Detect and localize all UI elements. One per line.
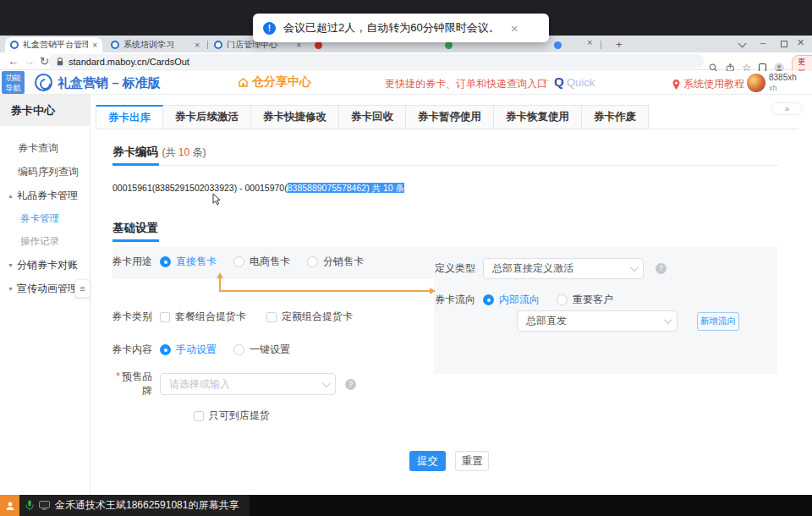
annotation-arrow-horizontal bbox=[219, 290, 431, 292]
option-distribution-sale[interactable]: 分销售卡 bbox=[323, 255, 364, 269]
annotation-arrowhead-right bbox=[430, 288, 436, 294]
add-flow-button[interactable]: 新增流向 bbox=[697, 312, 739, 331]
option-fixed-amount-combo-card[interactable]: 定额组合提货卡 bbox=[282, 310, 353, 324]
sidebar-collapse-toggle[interactable]: ≡ bbox=[74, 279, 91, 298]
window-close-icon[interactable]: ✕ bbox=[797, 37, 804, 48]
sidebar-group-distribution-reconciliation[interactable]: ▼分销券卡对账 bbox=[8, 258, 78, 272]
define-type-row: 定义类型 总部直接定义激活 ? bbox=[432, 258, 667, 279]
site-favicon bbox=[214, 41, 222, 49]
section-title-underline bbox=[112, 163, 159, 166]
tab-close-icon[interactable]: × bbox=[587, 37, 592, 47]
screen-share-icon bbox=[39, 501, 50, 510]
tab-close-icon[interactable]: × bbox=[195, 41, 200, 50]
reset-button[interactable]: 重置 bbox=[455, 451, 489, 471]
selected-count-text: 共 10 条 bbox=[370, 183, 404, 193]
sidebar-group-gift-card-management[interactable]: ▲礼品券卡管理 bbox=[8, 189, 78, 203]
option-one-click-setup[interactable]: 一键设置 bbox=[250, 343, 290, 357]
usage-label: 券卡用途 bbox=[109, 255, 152, 269]
tab-card-resume[interactable]: 券卡恢复使用 bbox=[494, 105, 582, 129]
codes-count: 10 bbox=[178, 146, 189, 158]
tab-card-suspend[interactable]: 券卡暂停使用 bbox=[406, 105, 494, 129]
radio-internal-flow[interactable] bbox=[483, 294, 494, 305]
tab-search-icon[interactable] bbox=[738, 40, 747, 48]
tab-card-void[interactable]: 券卡作废 bbox=[582, 105, 649, 129]
window-minimize-icon[interactable]: – bbox=[760, 37, 765, 47]
quick-search-icon[interactable]: Q bbox=[554, 74, 564, 89]
radio-one-click-setup[interactable] bbox=[233, 344, 244, 355]
tabs-divider bbox=[96, 129, 798, 129]
checkbox-store-pickup-only[interactable] bbox=[194, 411, 204, 421]
submit-button[interactable]: 提交 bbox=[409, 451, 446, 471]
help-icon[interactable]: ? bbox=[345, 379, 356, 390]
user-name: 8385xh xh bbox=[769, 73, 797, 93]
required-asterisk: * bbox=[116, 371, 120, 382]
option-package-combo-card[interactable]: 套餐组合提货卡 bbox=[175, 310, 246, 324]
radio-direct-sale[interactable] bbox=[160, 256, 171, 267]
tab-card-quick-modify[interactable]: 券卡快捷修改 bbox=[251, 105, 339, 129]
microphone-icon bbox=[25, 500, 34, 511]
sidebar-item-code-sequence-query[interactable]: 编码序列查询 bbox=[18, 165, 79, 179]
help-icon[interactable]: ? bbox=[656, 263, 667, 274]
toast-close-icon[interactable]: × bbox=[511, 21, 518, 36]
tab-card-outbound[interactable]: 券卡出库 bbox=[96, 105, 163, 129]
radio-distribution-sale[interactable] bbox=[307, 256, 318, 267]
window-restore-icon[interactable] bbox=[781, 41, 787, 47]
annotation-arrowhead-up bbox=[217, 272, 223, 278]
user-avatar[interactable] bbox=[747, 74, 765, 92]
card-codes-section-title: 券卡编码 (共 10 条) bbox=[112, 144, 206, 160]
radio-manual-setup[interactable] bbox=[160, 344, 171, 355]
pointing-finger-icon: ☞ bbox=[539, 75, 550, 89]
tab-card-recycle[interactable]: 券卡回收 bbox=[339, 105, 406, 129]
checkbox-fixed-amount-combo-card[interactable] bbox=[266, 312, 277, 322]
sidebar-group-promo-animation[interactable]: ▼宣传动画管理 bbox=[8, 282, 78, 296]
option-direct-sale[interactable]: 直接售卡 bbox=[176, 255, 217, 269]
caret-down-icon: ▼ bbox=[8, 262, 14, 268]
card-flow-row: 券卡流向 内部流向 重要客户 bbox=[432, 293, 630, 307]
toast-message: 会议已超过2人，自动转为60分钟限时会议。 bbox=[283, 20, 500, 36]
flow-direction-select[interactable]: 总部直发 bbox=[517, 310, 678, 332]
forward-icon[interactable]: → bbox=[24, 55, 35, 68]
warehouse-share-center-link[interactable]: 仓分享中心 bbox=[238, 74, 311, 90]
caret-down-icon: ▼ bbox=[8, 286, 14, 292]
info-icon: ! bbox=[263, 22, 276, 35]
app-logo-icon bbox=[35, 74, 52, 91]
sidebar-item-card-query[interactable]: 券卡查询 bbox=[18, 141, 58, 156]
quick-search-label[interactable]: Quick bbox=[567, 76, 595, 89]
option-store-pickup-only[interactable]: 只可到店提货 bbox=[209, 409, 270, 423]
app-title: 礼盒营销 – 标准版 bbox=[58, 75, 161, 91]
radio-ecommerce-sale[interactable] bbox=[233, 256, 244, 267]
option-important-customer[interactable]: 重要客户 bbox=[573, 293, 613, 307]
system-tutorial-link[interactable]: 系统使用教程 bbox=[672, 77, 744, 91]
hamburger-icon: ≡ bbox=[80, 283, 85, 294]
content-label: 券卡内容 bbox=[109, 343, 152, 357]
sidebar-item-operation-records[interactable]: 操作记录 bbox=[20, 235, 59, 248]
screen-share-label: 金禾通技术王斌18662591081的屏幕共享 bbox=[19, 495, 250, 516]
sidebar-title: 券卡中心 bbox=[0, 95, 90, 126]
browser-tab-title: 礼盒营销平台管理中心 bbox=[23, 39, 88, 51]
browser-tab-title: 系统培训学习 bbox=[123, 39, 190, 51]
presale-brand-select[interactable]: 请选择或输入 bbox=[160, 373, 336, 395]
screen-share-bar: 金禾通技术王斌18662591081的屏幕共享 bbox=[0, 495, 812, 516]
function-nav-button[interactable]: 功能 导航 bbox=[2, 71, 25, 94]
card-usage-row: 券卡用途 直接售卡 电商售卡 分销售卡 bbox=[109, 255, 381, 269]
option-manual-setup[interactable]: 手动设置 bbox=[176, 343, 217, 357]
card-category-row: 券卡类别 套餐组合提货卡 定额组合提货卡 bbox=[109, 310, 370, 324]
card-code-range[interactable]: 00015961(8385291502033923) - 00015970(83… bbox=[112, 183, 404, 195]
tab-card-followup-activation[interactable]: 券卡后续激活 bbox=[163, 105, 251, 129]
address-bar[interactable]: standard.maboy.cn/CardsOut bbox=[48, 54, 704, 69]
sidebar-item-card-management-active[interactable]: 券卡管理 bbox=[20, 212, 59, 225]
tab-close-icon[interactable]: × bbox=[92, 41, 97, 50]
collapse-panel-button[interactable]: » bbox=[771, 102, 803, 115]
browser-tab-gift-admin[interactable]: 礼盒营销平台管理中心 × bbox=[5, 37, 102, 52]
card-content-row: 券卡内容 手动设置 一键设置 bbox=[109, 343, 307, 357]
radio-important-customer[interactable] bbox=[557, 294, 568, 305]
presale-brand-row: *预售品牌 请选择或输入 ? bbox=[109, 373, 356, 395]
app-header: 功能 导航 礼盒营销 – 标准版 仓分享中心 更快捷的券卡、订单和快递查询入口 … bbox=[0, 71, 812, 95]
define-type-select[interactable]: 总部直接定义激活 bbox=[483, 258, 644, 279]
browser-tab-training[interactable]: 系统培训学习 × bbox=[106, 37, 205, 52]
checkbox-package-combo-card[interactable] bbox=[160, 312, 170, 322]
new-tab-button[interactable]: + bbox=[616, 38, 623, 51]
option-internal-flow[interactable]: 内部流向 bbox=[499, 293, 540, 307]
back-icon[interactable]: ← bbox=[8, 55, 19, 68]
option-ecommerce-sale[interactable]: 电商售卡 bbox=[250, 255, 290, 269]
